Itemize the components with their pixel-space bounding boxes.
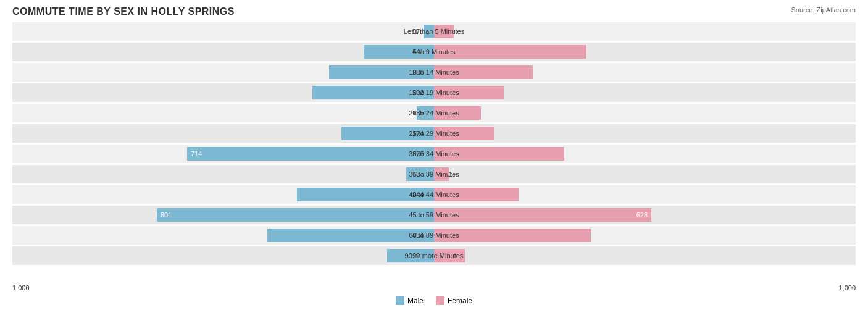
left-section: 714	[12, 145, 434, 163]
male-value-inside: 801	[161, 211, 172, 219]
male-value-inside: 714	[191, 150, 202, 157]
left-section: 268	[12, 124, 434, 143]
bar-row: 30310 to 14 Minutes286	[12, 63, 856, 82]
left-section: 204	[12, 43, 434, 61]
bar-label: 10 to 14 Minutes	[385, 69, 483, 76]
bar-label: 45 to 59 Minutes	[385, 211, 483, 219]
female-value-inside: 628	[636, 211, 648, 219]
bar-label: 60 to 89 Minutes	[385, 232, 483, 239]
left-section: 81	[12, 165, 434, 183]
bar-row: 26825 to 29 Minutes174	[12, 124, 856, 143]
right-section: 244	[434, 185, 856, 204]
bar-label: 25 to 29 Minutes	[385, 130, 483, 137]
bar-label: 20 to 24 Minutes	[385, 109, 483, 117]
legend-female: Female	[436, 296, 472, 305]
left-section: 482	[12, 226, 434, 245]
bar-label: 90 or more Minutes	[385, 252, 483, 259]
bar-row: 39740 to 44 Minutes244	[12, 185, 856, 204]
right-section: 376	[434, 145, 856, 163]
legend-female-label: Female	[448, 296, 472, 305]
bar-row: 80145 to 59 Minutes628	[12, 206, 856, 224]
bar-row: 71430 to 34 Minutes376	[12, 145, 856, 163]
right-section: 135	[434, 104, 856, 122]
left-section: 801	[12, 206, 434, 224]
bar-label: 15 to 19 Minutes	[385, 89, 483, 96]
right-section: 202	[434, 83, 856, 102]
legend-male-box	[396, 296, 404, 305]
legend-female-box	[436, 296, 444, 305]
chart-area: 31Less than 5 Minutes572045 to 9 Minutes…	[12, 22, 856, 282]
right-section: 43	[434, 165, 856, 183]
bar-row: 13590 or more Minutes90	[12, 246, 856, 265]
right-section: 174	[434, 124, 856, 143]
bar-label: 30 to 34 Minutes	[385, 150, 483, 157]
bar-row: 48260 to 89 Minutes454	[12, 226, 856, 245]
left-section: 135	[12, 246, 434, 265]
bar-row: 35115 to 19 Minutes202	[12, 83, 856, 102]
left-section: 397	[12, 185, 434, 204]
bar-label: 40 to 44 Minutes	[385, 191, 483, 198]
chart-title: COMMUTE TIME BY SEX IN HOLLY SPRINGS	[12, 6, 856, 17]
left-section: 31	[12, 22, 434, 41]
legend: Male Female	[12, 296, 856, 305]
bar-label: Less than 5 Minutes	[385, 28, 483, 35]
right-section: 628	[434, 206, 856, 224]
bar-row: 8135 to 39 Minutes43	[12, 165, 856, 183]
axis-bottom: 1,000 1,000	[12, 282, 856, 294]
left-section: 351	[12, 83, 434, 102]
bar-label: 5 to 9 Minutes	[385, 48, 483, 56]
legend-male-label: Male	[407, 296, 424, 305]
left-section: 50	[12, 104, 434, 122]
bar-label: 35 to 39 Minutes	[385, 170, 483, 178]
source-text: Source: ZipAtlas.com	[791, 6, 856, 14]
right-section: 286	[434, 63, 856, 82]
right-section: 90	[434, 246, 856, 265]
bar-row: 31Less than 5 Minutes57	[12, 22, 856, 41]
right-section: 441	[434, 43, 856, 61]
left-section: 303	[12, 63, 434, 82]
legend-male: Male	[396, 296, 424, 305]
axis-right-label: 1,000	[838, 284, 856, 292]
chart-container: COMMUTE TIME BY SEX IN HOLLY SPRINGS Sou…	[0, 0, 868, 323]
axis-left-label: 1,000	[12, 284, 30, 292]
right-section: 57	[434, 22, 856, 41]
right-section: 454	[434, 226, 856, 245]
bar-row: 5020 to 24 Minutes135	[12, 104, 856, 122]
bar-row: 2045 to 9 Minutes441	[12, 43, 856, 61]
